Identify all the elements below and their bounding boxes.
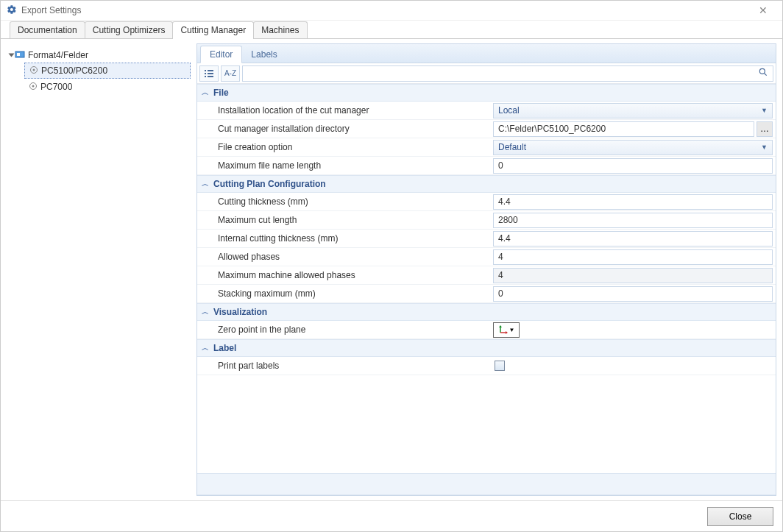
panel-tab-labels[interactable]: Labels — [242, 46, 286, 63]
browse-button[interactable]: … — [757, 121, 773, 137]
expand-icon — [9, 54, 15, 57]
prop-label: Maximum file name length — [197, 157, 492, 174]
description-pane — [197, 473, 776, 495]
gear-icon — [29, 82, 38, 93]
chevron-up-icon: ︿ — [202, 88, 213, 98]
row-cut-thickness: Cutting thickness (mm) 4.4 — [197, 193, 776, 211]
close-button[interactable]: Close — [707, 507, 773, 526]
window: Export Settings ✕ Documentation Cutting … — [0, 0, 783, 532]
svg-rect-10 — [205, 76, 206, 77]
group-title: File — [213, 88, 229, 98]
gear-icon — [29, 65, 38, 77]
toolbar: A-Z — [197, 63, 776, 84]
dropdown-value: Default — [498, 142, 761, 152]
tab-machines[interactable]: Machines — [253, 21, 307, 38]
dropdown-value: Local — [498, 105, 761, 116]
prop-label: Installation location of the cut manager — [197, 102, 492, 119]
tree-item-pc5100[interactable]: PC5100/PC6200 — [24, 63, 191, 79]
body: Format4/Felder PC5100/PC6200 PC7000 Edit… — [1, 39, 782, 500]
panel-tab-editor[interactable]: Editor — [200, 46, 242, 63]
group-visualization[interactable]: ︿ Visualization — [197, 303, 776, 321]
file-creation-dropdown[interactable]: Default ▼ — [493, 140, 773, 155]
grid-blank — [197, 375, 776, 473]
main-tabs: Documentation Cutting Optimizers Cutting… — [1, 21, 782, 39]
prop-label: Zero point in the plane — [197, 321, 492, 338]
footer: Close — [1, 500, 782, 531]
chevron-down-icon: ▼ — [761, 143, 768, 151]
group-cutting[interactable]: ︿ Cutting Plan Configuration — [197, 175, 776, 193]
chevron-up-icon: ︿ — [202, 179, 213, 189]
row-allowed-phases: Allowed phases 4 — [197, 248, 776, 266]
allowed-phases-input[interactable]: 4 — [493, 249, 773, 265]
row-max-filename: Maximum file name length 0 — [197, 157, 776, 175]
gear-icon — [7, 4, 17, 17]
svg-point-5 — [32, 85, 35, 87]
group-title: Label — [213, 343, 236, 353]
max-cut-length-input[interactable]: 2800 — [493, 213, 773, 228]
editor-panel: Editor Labels A-Z ︿ File — [196, 43, 776, 496]
prop-label: Cutting thickness (mm) — [197, 193, 492, 210]
chevron-down-icon: ▼ — [761, 107, 768, 114]
search-icon — [758, 67, 768, 79]
row-install-dir: Cut manager installation directory C:\Fe… — [197, 120, 776, 138]
tab-cutting-manager[interactable]: Cutting Manager — [172, 21, 254, 38]
svg-rect-11 — [208, 76, 213, 77]
internal-thickness-input[interactable]: 4.4 — [493, 231, 773, 247]
property-grid: ︿ File Installation location of the cut … — [197, 84, 776, 495]
prop-label: Maximum cut length — [197, 211, 492, 229]
cut-thickness-input[interactable]: 4.4 — [493, 194, 773, 210]
group-file[interactable]: ︿ File — [197, 84, 776, 102]
group-title: Visualization — [213, 307, 267, 317]
max-machine-phases-value: 4 — [493, 268, 773, 283]
window-title: Export Settings — [21, 5, 750, 15]
stacking-max-input[interactable]: 0 — [493, 286, 773, 302]
row-file-creation: File creation option Default ▼ — [197, 138, 776, 157]
tree-root-label: Format4/Felder — [28, 50, 88, 60]
print-labels-checkbox[interactable] — [495, 361, 505, 371]
tree-root[interactable]: Format4/Felder — [7, 48, 191, 63]
chevron-up-icon: ︿ — [202, 307, 213, 317]
prop-label: Allowed phases — [197, 248, 492, 266]
chevron-down-icon: ▼ — [509, 327, 515, 333]
tree-children: PC5100/PC6200 PC7000 — [24, 63, 191, 95]
svg-point-12 — [759, 68, 765, 74]
group-label[interactable]: ︿ Label — [197, 339, 776, 357]
row-stacking-max: Stacking maximum (mm) 0 — [197, 285, 776, 303]
row-internal-thickness: Internal cutting thickness (mm) 4.4 — [197, 230, 776, 248]
svg-rect-6 — [205, 70, 206, 71]
tree-vendor-icon — [15, 49, 25, 62]
search-box[interactable] — [242, 65, 773, 82]
sort-button[interactable]: A-Z — [221, 65, 240, 82]
max-filename-input[interactable]: 0 — [493, 158, 773, 174]
chevron-up-icon: ︿ — [202, 343, 213, 353]
group-title: Cutting Plan Configuration — [213, 179, 326, 189]
row-max-machine-phases: Maximum machine allowed phases 4 — [197, 266, 776, 285]
categorize-button[interactable] — [199, 65, 219, 82]
tab-documentation[interactable]: Documentation — [10, 21, 85, 38]
titlebar: Export Settings ✕ — [1, 1, 782, 21]
prop-label: Cut manager installation directory — [197, 120, 492, 138]
tree-item-label: PC7000 — [40, 82, 72, 92]
install-dir-input[interactable]: C:\Felder\PC5100_PC6200 — [493, 121, 754, 137]
svg-marker-17 — [506, 331, 508, 334]
axis-icon — [498, 324, 509, 335]
search-input[interactable] — [247, 67, 758, 80]
svg-rect-7 — [208, 70, 213, 71]
tab-cutting-optimizers[interactable]: Cutting Optimizers — [85, 21, 174, 38]
prop-label: File creation option — [197, 138, 492, 156]
tree-item-label: PC5100/PC6200 — [41, 65, 107, 76]
row-print-labels: Print part labels — [197, 357, 776, 375]
svg-point-3 — [33, 68, 35, 71]
prop-label: Internal cutting thickness (mm) — [197, 230, 492, 247]
panel-tabs: Editor Labels — [197, 44, 776, 63]
svg-rect-1 — [17, 53, 20, 56]
row-max-cut-length: Maximum cut length 2800 — [197, 211, 776, 230]
tree-item-pc7000[interactable]: PC7000 — [24, 79, 191, 95]
svg-rect-8 — [205, 73, 206, 74]
zero-point-selector[interactable]: ▼ — [493, 322, 520, 338]
svg-rect-9 — [208, 73, 213, 74]
tree: Format4/Felder PC5100/PC6200 PC7000 — [7, 43, 191, 496]
install-location-dropdown[interactable]: Local ▼ — [493, 103, 773, 118]
prop-label: Stacking maximum (mm) — [197, 285, 492, 302]
window-close-button[interactable]: ✕ — [750, 4, 776, 16]
